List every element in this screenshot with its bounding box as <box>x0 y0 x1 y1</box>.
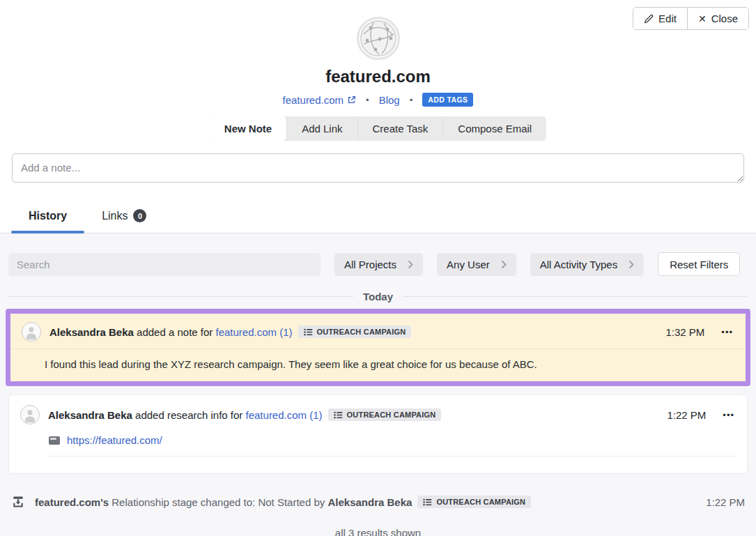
entry-time: 1:22 PM <box>667 409 706 421</box>
webpage-icon <box>49 436 60 445</box>
close-icon: ✕ <box>698 13 707 24</box>
chevron-right-icon <box>501 260 507 269</box>
note-composer <box>12 153 744 185</box>
user-avatar-icon <box>20 405 40 424</box>
reset-filters-button[interactable]: Reset Filters <box>658 252 740 276</box>
entry-summary: Aleksandra Beka added a note for feature… <box>49 326 411 338</box>
campaign-tag-label: OUTREACH CAMPAIGN <box>347 411 436 419</box>
separator-line <box>8 296 353 297</box>
action-tabs: New Note Add Link Create Task Compose Em… <box>210 116 546 141</box>
edit-close-button-group: Edit ✕ Close <box>633 7 749 30</box>
projects-filter-label: All Projects <box>344 259 396 270</box>
chevron-right-icon <box>628 260 634 269</box>
profile-links-row: featured.com • Blog • ADD TAGS <box>283 93 474 107</box>
more-menu-button[interactable]: ••• <box>720 326 734 339</box>
subject-name: featured.com's <box>35 496 109 508</box>
search-input[interactable] <box>8 253 321 276</box>
pencil-icon <box>644 14 654 24</box>
results-count-footer: all 3 results shown <box>0 527 756 536</box>
list-icon <box>423 498 432 506</box>
activity-entry-note[interactable]: Aleksandra Beka added a note for feature… <box>6 309 750 386</box>
list-icon <box>334 411 343 419</box>
chevron-right-icon <box>408 260 413 269</box>
activity-type-filter-label: All Activity Types <box>540 259 617 270</box>
close-button[interactable]: ✕ Close <box>687 8 748 29</box>
tab-links[interactable]: Links 0 <box>84 202 164 233</box>
edit-button[interactable]: Edit <box>633 8 687 29</box>
separator-line <box>403 296 748 297</box>
target-link[interactable]: featured.com (1) <box>216 326 293 338</box>
action-text: added research info for <box>132 409 246 421</box>
external-link-icon <box>347 95 356 105</box>
company-avatar <box>357 17 400 60</box>
tab-links-label: Links <box>102 210 128 222</box>
activity-entry-stage-change: featured.com's Relationship stage change… <box>11 495 745 509</box>
contact-detail-page: Edit ✕ Close <box>0 0 756 536</box>
history-section: All Projects Any User All Activity Types… <box>0 233 756 536</box>
blog-link[interactable]: Blog <box>379 94 400 106</box>
actor-name: Aleksandra Beka <box>327 496 412 508</box>
dot-separator: • <box>410 95 413 105</box>
research-url-link[interactable]: https://featured.com/ <box>67 434 162 446</box>
window-actions: Edit ✕ Close <box>633 7 749 30</box>
entry-meta: 1:22 PM ••• <box>667 408 736 422</box>
dot-separator: • <box>366 95 369 105</box>
projects-filter-dropdown[interactable]: All Projects <box>334 253 423 276</box>
activity-entry-research[interactable]: Aleksandra Beka added research info for … <box>8 395 748 474</box>
campaign-tag-badge[interactable]: OUTREACH CAMPAIGN <box>298 326 412 338</box>
date-separator-label: Today <box>363 291 393 303</box>
more-menu-button[interactable]: ••• <box>721 408 736 422</box>
section-tabs: History Links 0 <box>0 202 756 233</box>
entry-time: 1:32 PM <box>665 326 704 338</box>
website-link[interactable]: featured.com <box>283 94 357 106</box>
user-filter-label: Any User <box>447 259 490 270</box>
edit-button-label: Edit <box>658 13 677 24</box>
activity-type-filter-dropdown[interactable]: All Activity Types <box>530 253 644 276</box>
user-avatar-icon <box>22 322 41 342</box>
note-body-text: I found this lead during the XYZ researc… <box>10 349 746 381</box>
action-text: added a note for <box>134 326 216 338</box>
entry-meta: 1:32 PM ••• <box>665 326 734 339</box>
campaign-tag-badge[interactable]: OUTREACH CAMPAIGN <box>328 408 442 421</box>
user-filter-dropdown[interactable]: Any User <box>437 253 516 276</box>
add-tags-button[interactable]: ADD TAGS <box>422 93 473 107</box>
actor-name: Aleksandra Beka <box>49 326 134 338</box>
date-separator: Today <box>8 291 748 303</box>
entry-summary: Aleksandra Beka added research info for … <box>48 408 441 421</box>
target-link[interactable]: featured.com (1) <box>246 409 323 421</box>
inbox-icon <box>11 495 25 509</box>
tab-add-link[interactable]: Add Link <box>286 116 357 141</box>
tab-history-label: History <box>29 210 67 222</box>
research-link-row: https://featured.com/ <box>49 430 736 457</box>
page-title: featured.com <box>325 67 431 86</box>
close-button-label: Close <box>711 13 738 24</box>
campaign-tag-label: OUTREACH CAMPAIGN <box>317 328 406 336</box>
campaign-tag-label: OUTREACH CAMPAIGN <box>436 498 525 506</box>
actor-name: Aleksandra Beka <box>48 409 132 421</box>
tab-history[interactable]: History <box>11 202 84 233</box>
tab-create-task[interactable]: Create Task <box>357 116 443 141</box>
entry-time: 1:22 PM <box>706 496 745 508</box>
globe-icon <box>359 19 398 58</box>
list-icon <box>304 328 313 336</box>
entry-summary: featured.com's Relationship stage change… <box>35 496 531 508</box>
filter-bar: All Projects Any User All Activity Types… <box>8 252 748 276</box>
note-input[interactable] <box>12 153 744 183</box>
entry-header: Aleksandra Beka added a note for feature… <box>10 314 746 349</box>
tab-new-note[interactable]: New Note <box>210 116 286 141</box>
entry-header: Aleksandra Beka added research info for … <box>9 395 747 429</box>
tab-compose-email[interactable]: Compose Email <box>442 116 546 141</box>
website-link-label: featured.com <box>283 94 344 106</box>
links-count-badge: 0 <box>133 209 146 222</box>
action-text: Relationship stage changed to: Not Start… <box>109 496 327 508</box>
campaign-tag-badge[interactable]: OUTREACH CAMPAIGN <box>417 496 531 508</box>
